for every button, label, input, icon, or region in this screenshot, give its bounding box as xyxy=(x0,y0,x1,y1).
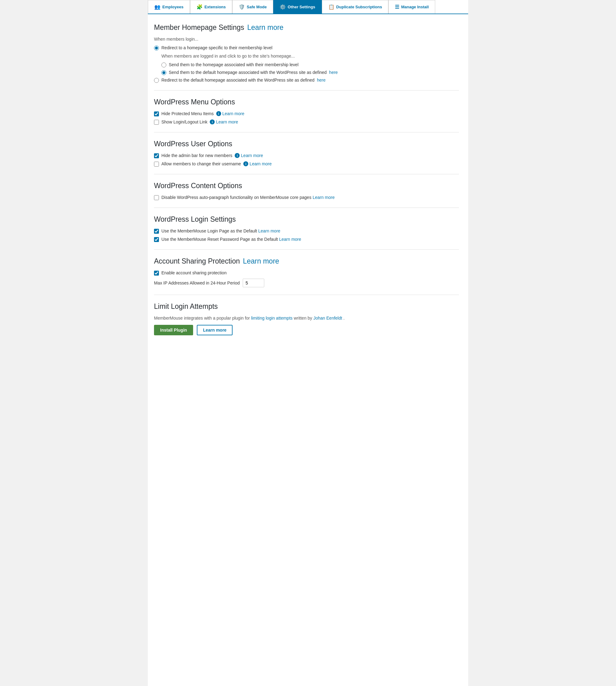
extensions-icon: 🧩 xyxy=(197,4,203,10)
wp-login-learn-more-2[interactable]: Learn more xyxy=(279,237,301,242)
divider-3 xyxy=(154,174,459,174)
homepage-suboption1-group: Send them to the homepage associated wit… xyxy=(161,62,459,67)
wp-login-option1-label[interactable]: Use the MemberMouse Login Page as the De… xyxy=(161,228,280,233)
wp-login-learn-more-1[interactable]: Learn more xyxy=(258,228,281,233)
install-plugin-button[interactable]: Install Plugin xyxy=(154,325,193,335)
wp-menu-checkbox-1[interactable] xyxy=(154,112,159,116)
section-limit-login: Limit Login Attempts MemberMouse integra… xyxy=(154,302,459,335)
homepage-option2-group: Redirect to the default homepage associa… xyxy=(154,77,459,83)
section-account-sharing-title: Account Sharing Protection Learn more xyxy=(154,257,459,266)
divider-2 xyxy=(154,132,459,132)
wp-menu-learn-more-1[interactable]: Learn more xyxy=(222,111,245,116)
wp-login-option2-label[interactable]: Use the MemberMouse Reset Password Page … xyxy=(161,237,301,242)
homepage-sub-radio-2[interactable] xyxy=(161,70,166,75)
limit-login-buttons: Install Plugin Learn more xyxy=(154,325,459,335)
wp-login-checkbox-2[interactable] xyxy=(154,237,159,242)
tab-other-settings[interactable]: ⚙️ Other Settings xyxy=(273,0,322,14)
wp-login-checkbox-1[interactable] xyxy=(154,229,159,234)
wp-menu-checkbox-2[interactable] xyxy=(154,120,159,125)
tab-duplicate-subscriptions-label: Duplicate Subscriptions xyxy=(336,5,382,9)
homepage-suboption2-group: Send them to the default homepage associ… xyxy=(161,70,459,75)
tab-duplicate-subscriptions[interactable]: 📋 Duplicate Subscriptions xyxy=(322,0,389,14)
tab-navigation: 👥 Employees 🧩 Extensions 🛡️ Safe Mode ⚙️… xyxy=(148,0,468,14)
wp-user-option2-group: Allow members to change their username i… xyxy=(154,161,459,166)
divider-1 xyxy=(154,90,459,91)
limit-login-paragraph: MemberMouse integrates with a popular pl… xyxy=(154,316,459,321)
wp-menu-option1-label[interactable]: Hide Protected Menu Items i Learn more xyxy=(161,111,244,116)
when-members-login-text: When members login... xyxy=(154,37,459,42)
wp-user-option1-group: Hide the admin bar for new members i Lea… xyxy=(154,153,459,158)
wp-login-option2-group: Use the MemberMouse Reset Password Page … xyxy=(154,237,459,242)
wp-user-learn-more-2[interactable]: Learn more xyxy=(249,161,272,166)
suboption2-here-link[interactable]: here xyxy=(329,70,338,75)
safe-mode-icon: 🛡️ xyxy=(239,4,245,10)
main-content: Member Homepage Settings Learn more When… xyxy=(148,14,468,354)
wp-user-option2-label[interactable]: Allow members to change their username i… xyxy=(161,161,272,166)
homepage-radio-2[interactable] xyxy=(154,78,159,83)
wp-user-checkbox-2[interactable] xyxy=(154,162,159,166)
divider-5 xyxy=(154,249,459,250)
section-wp-menu-title: WordPress Menu Options xyxy=(154,98,459,106)
tab-safe-mode[interactable]: 🛡️ Safe Mode xyxy=(232,0,273,14)
homepage-option1-label[interactable]: Redirect to a homepage specific to their… xyxy=(161,45,272,50)
ip-addresses-row: Max IP Addresses Allowed in 24-Hour Peri… xyxy=(154,279,459,287)
section-wp-menu: WordPress Menu Options Hide Protected Me… xyxy=(154,98,459,125)
ip-addresses-input[interactable]: 5 xyxy=(243,279,264,287)
homepage-option2-label[interactable]: Redirect to the default homepage associa… xyxy=(161,77,326,83)
info-icon-4: i xyxy=(243,161,248,166)
tab-extensions-label: Extensions xyxy=(204,5,226,9)
wp-menu-option2-label[interactable]: Show Login/Logout Link i Learn more xyxy=(161,119,238,124)
account-sharing-checkbox[interactable] xyxy=(154,271,159,276)
account-sharing-checkbox-label[interactable]: Enable account sharing protection xyxy=(161,270,227,275)
tab-employees[interactable]: 👥 Employees xyxy=(148,0,190,14)
homepage-radio-1[interactable] xyxy=(154,46,159,50)
homepage-suboption1-label[interactable]: Send them to the homepage associated wit… xyxy=(169,62,299,67)
manage-install-icon: ☰ xyxy=(395,4,399,10)
ip-addresses-label: Max IP Addresses Allowed in 24-Hour Peri… xyxy=(154,280,240,285)
duplicate-subscriptions-icon: 📋 xyxy=(328,4,334,10)
limit-login-learn-more-button[interactable]: Learn more xyxy=(197,325,233,335)
tab-extensions[interactable]: 🧩 Extensions xyxy=(190,0,232,14)
wp-content-option1-group: Disable WordPress auto-paragraph functio… xyxy=(154,195,459,200)
section-wp-user-title: WordPress User Options xyxy=(154,140,459,148)
wp-menu-learn-more-2[interactable]: Learn more xyxy=(216,119,238,124)
section-member-homepage: Member Homepage Settings Learn more When… xyxy=(154,23,459,83)
limiting-login-attempts-link[interactable]: limiting login attempts xyxy=(251,316,292,321)
tab-other-settings-label: Other Settings xyxy=(288,5,315,9)
divider-6 xyxy=(154,295,459,295)
wp-content-option1-label[interactable]: Disable WordPress auto-paragraph functio… xyxy=(161,195,334,200)
johan-eenfeldt-link[interactable]: Johan Eenfeldt xyxy=(313,316,342,321)
wp-content-learn-more[interactable]: Learn more xyxy=(313,195,335,200)
member-homepage-learn-more[interactable]: Learn more xyxy=(247,23,284,32)
homepage-option1-group: Redirect to a homepage specific to their… xyxy=(154,45,459,50)
section-wp-login: WordPress Login Settings Use the MemberM… xyxy=(154,215,459,242)
section-wp-content: WordPress Content Options Disable WordPr… xyxy=(154,182,459,200)
section-limit-login-title: Limit Login Attempts xyxy=(154,302,459,311)
section-wp-user: WordPress User Options Hide the admin ba… xyxy=(154,140,459,166)
tab-manage-install-label: Manage Install xyxy=(401,5,429,9)
tab-manage-install[interactable]: ☰ Manage Install xyxy=(389,0,435,14)
homepage-suboptions: When members are logged in and click to … xyxy=(161,53,459,75)
wp-user-option1-label[interactable]: Hide the admin bar for new members i Lea… xyxy=(161,153,263,158)
info-icon-1: i xyxy=(216,111,221,116)
wp-content-checkbox-1[interactable] xyxy=(154,195,159,200)
homepage-suboption2-label[interactable]: Send them to the default homepage associ… xyxy=(169,70,338,75)
tab-safe-mode-label: Safe Mode xyxy=(247,5,267,9)
account-sharing-checkbox-group: Enable account sharing protection xyxy=(154,270,459,276)
account-sharing-learn-more[interactable]: Learn more xyxy=(243,257,279,266)
section-account-sharing: Account Sharing Protection Learn more En… xyxy=(154,257,459,287)
homepage-sub-radio-1[interactable] xyxy=(161,63,166,67)
wp-menu-option2-group: Show Login/Logout Link i Learn more xyxy=(154,119,459,125)
tab-employees-label: Employees xyxy=(162,5,183,9)
wp-login-option1-group: Use the MemberMouse Login Page as the De… xyxy=(154,228,459,234)
other-settings-icon: ⚙️ xyxy=(280,4,286,10)
employees-icon: 👥 xyxy=(154,4,160,10)
info-icon-2: i xyxy=(210,119,215,124)
wp-user-learn-more-1[interactable]: Learn more xyxy=(241,153,263,158)
wp-user-checkbox-1[interactable] xyxy=(154,153,159,158)
wp-menu-option1-group: Hide Protected Menu Items i Learn more xyxy=(154,111,459,116)
section-member-homepage-title: Member Homepage Settings Learn more xyxy=(154,23,459,32)
option2-here-link[interactable]: here xyxy=(317,77,326,83)
section-wp-login-title: WordPress Login Settings xyxy=(154,215,459,224)
info-icon-3: i xyxy=(235,153,240,158)
